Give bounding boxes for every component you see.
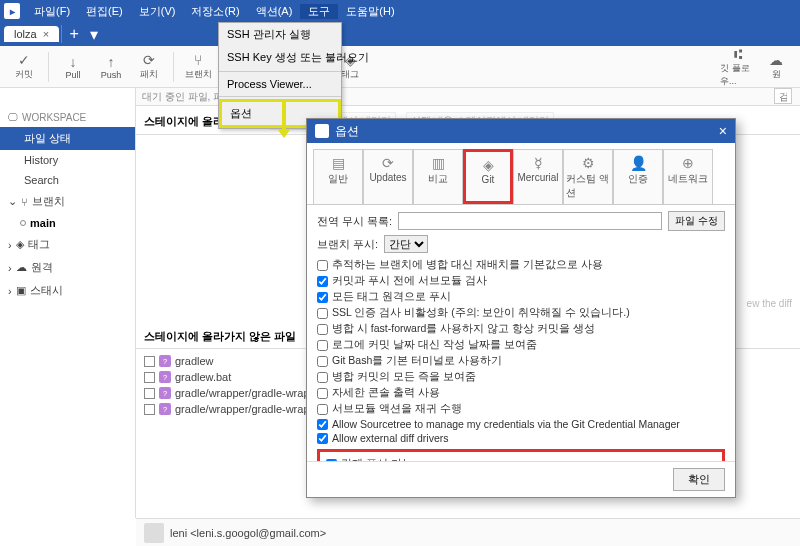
branch-push-select[interactable]: 간단: [384, 235, 428, 253]
sidebar-file-status[interactable]: 파일 상태: [0, 127, 135, 150]
checkbox[interactable]: [144, 356, 155, 367]
label: 병합 시 fast-forward를 사용하지 않고 항상 커밋을 생성: [332, 322, 595, 336]
ck-ssl-disable[interactable]: [317, 308, 328, 319]
tab-close-icon[interactable]: ×: [43, 28, 49, 40]
menu-action[interactable]: 액션(A): [248, 4, 301, 19]
tab-menu-chevron-icon[interactable]: ▾: [84, 24, 104, 44]
file-unknown-icon: ?: [159, 355, 171, 367]
ck-credential-mgr[interactable]: [317, 419, 328, 430]
ck-submodule-check[interactable]: [317, 276, 328, 287]
menu-repo[interactable]: 저장소(R): [183, 4, 247, 19]
dialog-close-icon[interactable]: ×: [719, 123, 727, 139]
ck-rebase[interactable]: [317, 260, 328, 271]
tab-mercurial[interactable]: ☿Mercurial: [513, 149, 563, 204]
push-icon: ↑: [103, 54, 119, 70]
push-button[interactable]: ↑Push: [93, 48, 129, 86]
tab-custom[interactable]: ⚙커스텀 액션: [563, 149, 613, 204]
ck-author-date[interactable]: [317, 340, 328, 351]
sidebar-tag-group[interactable]: ›◈태그: [0, 233, 135, 256]
tab-auth[interactable]: 👤인증: [613, 149, 663, 204]
app-logo-icon: ▸: [4, 3, 20, 19]
ck-no-ff[interactable]: [317, 324, 328, 335]
git-icon: ◈: [479, 156, 497, 174]
repo-tab[interactable]: lolza ×: [4, 26, 59, 42]
edit-file-button[interactable]: 파일 수정: [668, 211, 725, 231]
label: main: [30, 217, 56, 229]
sidebar: 🖵WORKSPACE 파일 상태 History Search ⌄⑂브랜치 ma…: [0, 88, 136, 518]
branch-dot-icon: [20, 220, 26, 226]
dialog-title: 옵션: [335, 123, 359, 140]
tab-network[interactable]: ⊕네트워크: [663, 149, 713, 204]
options-dialog: 옵션 × ▤일반 ⟳Updates ▥비교 ◈Git ☿Mercurial ⚙커…: [306, 118, 736, 498]
divider: [219, 71, 341, 72]
file-unknown-icon: ?: [159, 403, 171, 415]
sidebar-remote-group[interactable]: ›☁원격: [0, 256, 135, 279]
label: 패치: [140, 68, 158, 81]
ck-git-bash[interactable]: [317, 356, 328, 367]
menu-sshkey[interactable]: SSH Key 생성 또는 불러오기: [219, 46, 341, 69]
menu-view[interactable]: 보기(V): [131, 4, 184, 19]
label: 브랜치: [32, 194, 65, 209]
ck-merge-sides[interactable]: [317, 372, 328, 383]
sidebar-stash-group[interactable]: ›▣스태시: [0, 279, 135, 302]
branch-icon: ⑂: [190, 52, 206, 68]
ok-button[interactable]: 확인: [673, 468, 725, 491]
tab-compare[interactable]: ▥비교: [413, 149, 463, 204]
checkbox[interactable]: [144, 388, 155, 399]
file-unknown-icon: ?: [159, 371, 171, 383]
label: 일반: [328, 172, 348, 186]
tab-general[interactable]: ▤일반: [313, 149, 363, 204]
ck-push-tags[interactable]: [317, 292, 328, 303]
ck-recursive-sub[interactable]: [317, 404, 328, 415]
chevron-right-icon: ›: [8, 262, 12, 274]
label: Allow external diff drivers: [332, 432, 449, 444]
label: 모든 태그 원격으로 푸시: [332, 290, 451, 304]
sidebar-search[interactable]: Search: [0, 170, 135, 190]
fetch-icon: ⟳: [141, 52, 157, 68]
pull-button[interactable]: ↓Pull: [55, 48, 91, 86]
ck-verbose[interactable]: [317, 388, 328, 399]
label: Git: [482, 174, 495, 185]
checkbox[interactable]: [144, 404, 155, 415]
label: 커밋과 푸시 전에 서브모듈 검사: [332, 274, 487, 288]
tag-icon: ◈: [16, 238, 24, 251]
menu-edit[interactable]: 편집(E): [78, 4, 131, 19]
remote-button[interactable]: ☁원: [758, 48, 794, 86]
label: 스테이지에 올라가지 않은 파일: [144, 329, 296, 344]
menu-tools[interactable]: 도구: [300, 4, 338, 19]
new-tab-button[interactable]: +: [64, 24, 84, 44]
menu-file[interactable]: 파일(F): [26, 4, 78, 19]
branch-icon: ⑂: [21, 196, 28, 208]
menu-process-viewer[interactable]: Process Viewer...: [219, 74, 341, 94]
commit-button[interactable]: ✓커밋: [6, 48, 42, 86]
tab-updates[interactable]: ⟳Updates: [363, 149, 413, 204]
gitflow-button[interactable]: ⑆깃 플로우...: [720, 48, 756, 86]
custom-icon: ⚙: [579, 154, 597, 172]
menu-ssh[interactable]: SSH 관리자 실행: [219, 23, 341, 46]
label: Allow Sourcetree to manage my credential…: [332, 418, 680, 430]
branch-button[interactable]: ⑂브랜치: [180, 48, 216, 86]
label: 강제 푸시 가능: [341, 457, 413, 461]
checkbox[interactable]: [144, 372, 155, 383]
annotation-arrow: [282, 100, 286, 130]
diff-hint: ew the diff: [747, 298, 792, 309]
gitflow-icon: ⑆: [730, 46, 746, 62]
sidebar-branch-main[interactable]: main: [0, 213, 135, 233]
sidebar-history[interactable]: History: [0, 150, 135, 170]
dialog-footer: 확인: [307, 461, 735, 497]
menu-help[interactable]: 도움말(H): [338, 4, 402, 19]
global-ignore-input[interactable]: [398, 212, 662, 230]
remote-icon: ☁: [768, 52, 784, 68]
label: SSL 인증 검사 비활성화 (주의: 보안이 취약해질 수 있습니다.): [332, 306, 630, 320]
tab-git[interactable]: ◈Git: [463, 149, 513, 204]
pull-icon: ↓: [65, 54, 81, 70]
divider: [48, 52, 49, 82]
label: Pull: [65, 70, 80, 80]
filename: gradlew: [175, 355, 214, 367]
ck-force-push[interactable]: [326, 459, 337, 462]
sidebar-branch-group[interactable]: ⌄⑂브랜치: [0, 190, 135, 213]
global-ignore-label: 전역 무시 목록:: [317, 214, 392, 229]
fetch-button[interactable]: ⟳패치: [131, 48, 167, 86]
divider: [219, 96, 341, 97]
ck-external-diff[interactable]: [317, 433, 328, 444]
